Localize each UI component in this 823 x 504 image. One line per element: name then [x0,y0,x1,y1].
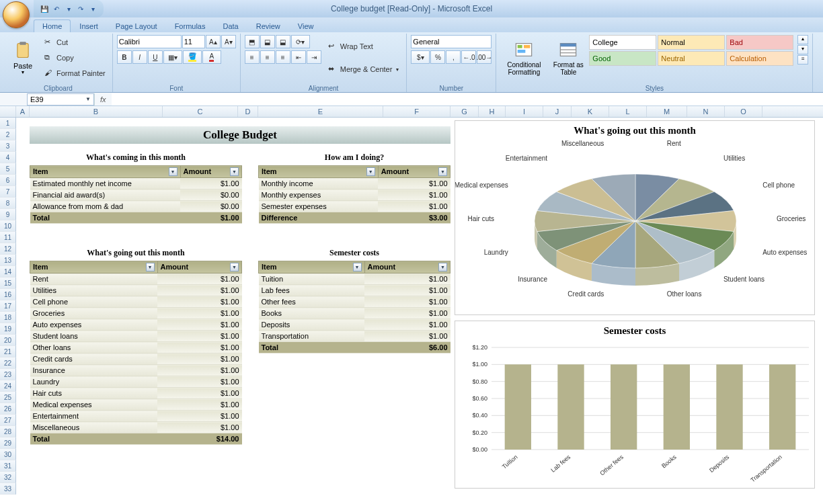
col-header-L[interactable]: L [609,106,647,117]
row-header-33[interactable]: 33 [0,483,16,495]
col-header-G[interactable]: G [450,106,479,117]
align-center-button[interactable]: ≡ [260,50,275,64]
decrease-decimal-button[interactable]: .00→ [477,50,492,64]
table-row[interactable]: Student loans$1.00 [30,331,242,342]
table-row[interactable]: Deposits$1.00 [259,319,450,331]
incoming-table[interactable]: Item▼Amount▼Estimated monthly net income… [30,165,242,224]
filter-icon[interactable]: ▼ [438,263,447,271]
table-row[interactable]: Auto expenses$1.00 [30,319,242,331]
row-header-32[interactable]: 32 [0,472,16,483]
chevron-down-icon[interactable]: ▼ [85,96,91,102]
table-row[interactable]: Medical expenses$1.00 [30,399,242,411]
row-header-24[interactable]: 24 [0,380,16,392]
col-header-C[interactable]: C [163,106,238,117]
tab-view[interactable]: View [289,19,323,32]
office-button[interactable] [3,1,30,28]
table-header[interactable]: Item▼ [30,261,158,274]
col-header-E[interactable]: E [258,106,383,117]
row-header-17[interactable]: 17 [0,300,16,312]
table-row[interactable]: Allowance from mom & dad$0.00 [30,201,242,212]
filter-icon[interactable]: ▼ [353,263,362,271]
table-row[interactable]: Cell phone$1.00 [30,296,242,308]
gallery-up-icon[interactable]: ▴ [797,35,808,44]
row-header-9[interactable]: 9 [0,209,16,220]
row-header-14[interactable]: 14 [0,266,16,278]
table-row[interactable]: Lab fees$1.00 [259,285,450,296]
row-header-27[interactable]: 27 [0,415,16,426]
number-format-combo[interactable] [411,35,492,48]
qat-more-icon[interactable]: ▾ [87,3,98,14]
align-right-button[interactable]: ≡ [276,50,290,64]
font-color-button[interactable]: A [202,50,221,64]
gallery-down-icon[interactable]: ▾ [797,45,808,54]
decrease-indent-button[interactable]: ⇤ [291,50,306,64]
copy-button[interactable]: ⧉Copy [42,52,108,63]
redo-icon[interactable]: ↷ [75,3,86,14]
col-header-B[interactable]: B [30,106,163,117]
style-cell-bad[interactable]: Bad [726,35,793,50]
format-as-table-button[interactable]: Format as Table [551,35,585,81]
row-header-6[interactable]: 6 [0,175,16,186]
increase-indent-button[interactable]: ⇥ [307,50,321,64]
tab-home[interactable]: Home [34,19,71,32]
row-header-21[interactable]: 21 [0,346,16,358]
table-header[interactable]: Item▼ [30,166,181,178]
table-row[interactable]: Credit cards$1.00 [30,353,242,365]
table-row[interactable]: Transportation$1.00 [259,331,450,342]
style-cell-neutral[interactable]: Neutral [658,51,725,66]
row-header-16[interactable]: 16 [0,289,16,300]
filter-icon[interactable]: ▼ [230,263,239,271]
tab-page-layout[interactable]: Page Layout [107,19,166,32]
col-header-F[interactable]: F [383,106,450,117]
table-row[interactable]: Financial aid award(s)$0.00 [30,190,242,201]
style-cell-college[interactable]: College [589,35,656,50]
style-cell-calculation[interactable]: Calculation [726,51,793,66]
cut-button[interactable]: ✂Cut [42,37,108,48]
filter-icon[interactable]: ▼ [366,167,375,176]
filter-icon[interactable]: ▼ [438,167,447,176]
col-header-O[interactable]: O [725,106,762,117]
table-header[interactable]: Amount▼ [378,166,450,178]
table-row[interactable]: Other fees$1.00 [259,296,450,308]
row-header-7[interactable]: 7 [0,186,16,198]
fx-icon[interactable]: fx [95,95,112,103]
worksheet-grid[interactable]: ABCDEFGHIJKLMNO 123456789101112131415161… [0,106,823,504]
bold-button[interactable]: B [117,50,132,64]
table-row[interactable]: Other loans$1.00 [30,342,242,353]
doing-table[interactable]: Item▼Amount▼Monthly income$1.00Monthly e… [258,165,450,224]
semester-table[interactable]: Item▼Amount▼Tuition$1.00Lab fees$1.00Oth… [258,261,450,353]
table-row[interactable]: Groceries$1.00 [30,308,242,319]
increase-decimal-button[interactable]: ←.0 [461,50,476,64]
row-header-18[interactable]: 18 [0,312,16,323]
table-row[interactable]: Monthly income$1.00 [259,178,450,190]
align-left-button[interactable]: ≡ [245,50,260,64]
undo-icon[interactable]: ↶ [51,3,62,14]
row-header-19[interactable]: 19 [0,323,16,335]
border-button[interactable]: ▦▾ [163,50,182,64]
table-row[interactable]: Estimated monthly net income$1.00 [30,178,242,190]
fill-color-button[interactable]: 🪣 [183,50,202,64]
col-header-A[interactable]: A [16,106,30,117]
filter-icon[interactable]: ▼ [146,263,155,271]
table-row[interactable]: Monthly expenses$1.00 [259,190,450,201]
col-header-N[interactable]: N [687,106,725,117]
table-header[interactable]: Amount▼ [157,261,241,274]
table-row[interactable]: Tuition$1.00 [259,274,450,285]
orientation-button[interactable]: ⟳▾ [291,35,310,48]
table-row[interactable]: Utilities$1.00 [30,285,242,296]
table-row[interactable]: Hair cuts$1.00 [30,388,242,399]
col-header-H[interactable]: H [479,106,506,117]
align-top-button[interactable]: ⬒ [245,35,260,48]
row-header-28[interactable]: 28 [0,426,16,437]
col-header-M[interactable]: M [647,106,687,117]
row-header-29[interactable]: 29 [0,437,16,449]
pie-chart[interactable]: What's going out this month RentUtilitie… [455,120,815,315]
shrink-font-button[interactable]: A▾ [221,35,236,48]
col-header-I[interactable]: I [506,106,543,117]
currency-button[interactable]: $ ▾ [411,50,430,64]
row-header-31[interactable]: 31 [0,460,16,472]
table-header[interactable]: Amount▼ [180,166,241,178]
row-header-13[interactable]: 13 [0,255,16,266]
row-header-10[interactable]: 10 [0,220,16,232]
table-row[interactable]: Entertainment$1.00 [30,411,242,422]
